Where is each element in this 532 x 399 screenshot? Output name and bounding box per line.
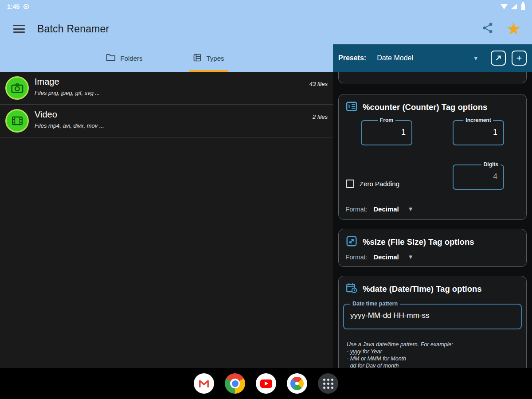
tag-options-panel: Presets: Date Model ▼ %counter (Counter)… xyxy=(333,44,532,368)
zero-padding-label: Zero Padding xyxy=(360,180,399,188)
wifi-icon xyxy=(501,4,508,9)
tag-options-scroll[interactable]: %counter (Counter) Tag options From 1 In… xyxy=(333,72,532,368)
chevron-down-icon[interactable]: ▼ xyxy=(408,254,414,260)
card-title: %date (Date/Time) Tag options xyxy=(363,284,482,294)
partial-card-top xyxy=(338,72,527,83)
app-drawer-icon[interactable] xyxy=(318,373,338,394)
size-tag-card: %size (File Size) Tag options Format: De… xyxy=(338,229,527,267)
counter-tag-card: %counter (Counter) Tag options From 1 In… xyxy=(338,94,527,220)
data-saver-icon xyxy=(23,4,29,9)
tab-folders[interactable]: Folders xyxy=(82,44,167,72)
photos-icon[interactable] xyxy=(287,373,307,394)
counter-icon xyxy=(346,101,357,114)
preset-add-button[interactable] xyxy=(512,51,527,66)
type-count: 2 files xyxy=(313,113,328,120)
folder-icon xyxy=(106,53,116,63)
file-types-panel: Folders Types Image 43 files Files png, … xyxy=(0,44,333,368)
type-row-video[interactable]: Video 2 files Files mp4, avi, divx, mov … xyxy=(0,105,333,137)
battery-icon xyxy=(521,4,525,10)
help-line: - dd for Day of month xyxy=(347,362,523,368)
gmail-icon[interactable] xyxy=(194,373,214,394)
calendar-clock-icon xyxy=(346,282,357,296)
chevron-down-icon[interactable]: ▼ xyxy=(408,206,414,212)
help-line: Use a Java date/time pattern. For exampl… xyxy=(347,341,523,348)
help-line: - MM or MMM for Month xyxy=(347,355,523,362)
zero-padding-checkbox[interactable]: Zero Padding xyxy=(346,180,399,188)
digits-field[interactable]: Digits 4 xyxy=(453,164,504,190)
date-tag-card: %date (Date/Time) Tag options Date time … xyxy=(338,276,527,368)
date-pattern-help: Use a Java date/time pattern. For exampl… xyxy=(347,341,523,368)
youtube-icon[interactable] xyxy=(256,373,276,394)
from-field-label: From xyxy=(378,117,395,123)
chrome-icon[interactable] xyxy=(225,373,245,394)
type-description: Files mp4, avi, divx, mov ... xyxy=(35,122,333,129)
card-title: %size (File Size) Tag options xyxy=(363,237,474,247)
type-count: 43 files xyxy=(309,81,328,87)
digits-field-value: 4 xyxy=(493,172,497,181)
film-icon xyxy=(5,109,29,133)
counter-format-dropdown[interactable]: Decimal xyxy=(373,205,399,213)
preset-export-button[interactable] xyxy=(491,51,506,66)
types-icon xyxy=(193,53,202,63)
date-pattern-value: yyyy-MM-dd HH-mm-ss xyxy=(350,311,429,320)
favorite-star-icon[interactable]: ★ xyxy=(506,20,521,37)
increment-field[interactable]: Increment 1 xyxy=(453,120,504,145)
status-bar: 1:45 xyxy=(0,0,532,13)
presets-header: Presets: Date Model ▼ xyxy=(333,44,532,72)
page-title: Batch Renamer xyxy=(37,23,109,35)
increment-field-value: 1 xyxy=(493,128,497,137)
from-field[interactable]: From 1 xyxy=(361,120,412,145)
checkbox-icon xyxy=(346,180,354,188)
camera-icon xyxy=(5,76,29,100)
share-icon[interactable] xyxy=(481,22,494,36)
app-bar: Batch Renamer ★ xyxy=(0,13,532,44)
date-pattern-field[interactable]: Date time pattern yyyy-MM-dd HH-mm-ss xyxy=(343,304,522,329)
tab-types-label: Types xyxy=(206,55,224,62)
presets-selected-value: Date Model xyxy=(377,54,413,62)
format-label: Format: xyxy=(346,206,367,213)
tab-types[interactable]: Types xyxy=(167,44,251,72)
menu-icon[interactable] xyxy=(13,25,25,33)
type-description: Files png, jpeg, gif, svg ... xyxy=(35,90,333,96)
help-line: - yyyy for Year xyxy=(347,348,523,355)
presets-dropdown[interactable]: Date Model ▼ xyxy=(377,54,485,62)
signal-icon xyxy=(511,4,517,9)
type-name: Video xyxy=(35,105,333,120)
type-name: Image xyxy=(35,72,333,87)
status-time: 1:45 xyxy=(7,3,20,10)
from-field-value: 1 xyxy=(401,128,406,137)
size-format-dropdown[interactable]: Decimal xyxy=(373,253,399,261)
type-row-image[interactable]: Image 43 files Files png, jpeg, gif, svg… xyxy=(0,72,333,105)
digits-field-label: Digits xyxy=(481,161,501,168)
chevron-down-icon: ▼ xyxy=(473,55,485,62)
tab-bar: Folders Types xyxy=(0,44,333,72)
format-label: Format: xyxy=(346,254,367,261)
presets-label: Presets: xyxy=(338,54,366,62)
tab-folders-label: Folders xyxy=(120,55,142,62)
taskbar-dock xyxy=(0,368,532,399)
increment-field-label: Increment xyxy=(463,117,493,123)
file-size-icon xyxy=(346,235,357,249)
card-title: %counter (Counter) Tag options xyxy=(363,102,487,112)
date-pattern-label: Date time pattern xyxy=(350,301,400,307)
